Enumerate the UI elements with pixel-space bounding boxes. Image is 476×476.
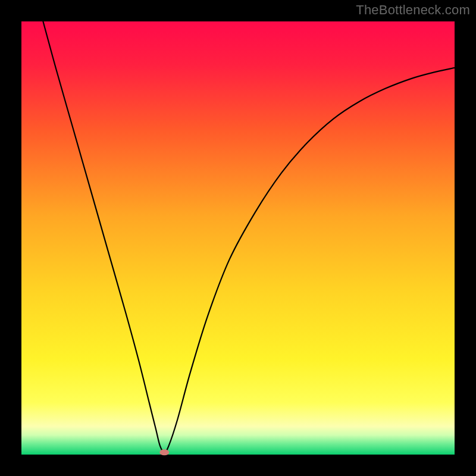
chart-container: TheBottleneck.com: [0, 0, 476, 476]
watermark-text: TheBottleneck.com: [356, 2, 470, 18]
bottleneck-chart: [0, 0, 476, 476]
optimal-point-marker: [159, 449, 169, 455]
